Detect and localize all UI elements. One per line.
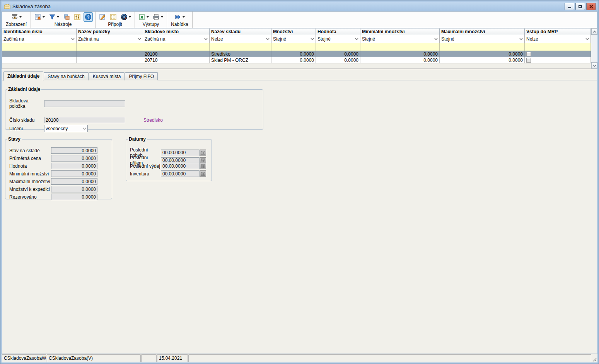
tab-panel-zakladni-udaje: Základní údaje Skladová položka Číslo sk… <box>2 80 597 354</box>
table-row-cell[interactable]: 0.0000 <box>271 51 316 57</box>
filter-operator-dropdown[interactable]: Nelze <box>210 35 271 43</box>
stock-states-group: Stavy Stav na skladě Průměrná cena Hodno… <box>5 136 112 199</box>
column-header[interactable]: Název skladu <box>210 28 271 35</box>
calendar-button[interactable] <box>200 163 206 169</box>
rezervovano-input[interactable] <box>51 194 97 200</box>
chevron-down-icon <box>161 16 163 18</box>
filter-value-cell[interactable] <box>525 43 591 51</box>
table-row-cell[interactable]: 20100 <box>143 51 210 57</box>
filter-operator-dropdown[interactable]: Stejné <box>271 35 316 43</box>
filter-operator-dropdown[interactable]: Nelze <box>525 35 591 43</box>
close-button[interactable] <box>586 3 596 10</box>
mrp-checkbox-cell[interactable] <box>525 57 591 63</box>
grid-empty-area <box>2 63 591 69</box>
filter-button[interactable] <box>48 12 60 22</box>
hodnota-input[interactable] <box>51 163 97 169</box>
help-button[interactable]: ? <box>84 12 93 22</box>
mnozstvi-k-expedici-input[interactable] <box>51 186 97 192</box>
posledni-vydej-input[interactable] <box>161 163 200 169</box>
table-row-cell[interactable] <box>77 57 143 63</box>
filter-operator-dropdown[interactable]: Začíná na <box>143 35 210 43</box>
table-row-cell[interactable] <box>2 51 77 57</box>
excel-export-button[interactable] <box>137 12 150 22</box>
filter-operator-dropdown[interactable]: Stejné <box>316 35 360 43</box>
mrp-checkbox-cell[interactable] <box>525 51 591 57</box>
print-button[interactable] <box>152 12 164 22</box>
dates-legend: Datumy <box>128 136 147 142</box>
settings-sliders-button[interactable] <box>73 12 82 22</box>
menu-chevrons-icon <box>174 14 181 20</box>
tab-zakladni-udaje[interactable]: Základní údaje <box>3 71 43 81</box>
column-header[interactable]: Minimální množství <box>360 28 440 35</box>
resize-grip[interactable] <box>591 354 597 362</box>
table-row-cell[interactable]: 0.0000 <box>316 57 360 63</box>
filter-value-cell[interactable] <box>271 43 316 51</box>
warehouse-name-text: Stredisko <box>143 117 163 123</box>
prumerna-cena-input[interactable] <box>51 155 97 162</box>
inventura-input[interactable] <box>161 170 200 177</box>
field-label: Maximální množství <box>9 179 51 184</box>
table-row-cell[interactable] <box>2 57 77 63</box>
table-row-cell[interactable]: 0.0000 <box>360 57 440 63</box>
toolbar-group-pripojit: Připojit <box>96 12 135 28</box>
edit-note-icon <box>99 14 106 20</box>
chevron-down-icon <box>585 38 589 40</box>
globe-disc-button[interactable] <box>119 12 132 22</box>
minimize-button[interactable] <box>565 3 574 10</box>
stav-na-sklade-input[interactable] <box>51 147 97 154</box>
vertical-scrollbar[interactable] <box>591 28 597 69</box>
filter-value-cell[interactable] <box>440 43 525 51</box>
filter-value-cell[interactable] <box>360 43 440 51</box>
minimalni-mnozstvi-input[interactable] <box>51 170 97 177</box>
filter-value-cell[interactable] <box>210 43 271 51</box>
table-row-cell[interactable]: 0.0000 <box>316 51 360 57</box>
table-row-cell[interactable]: 0.0000 <box>271 57 316 63</box>
scrollbar-track[interactable] <box>591 35 597 62</box>
scroll-down-button[interactable] <box>591 62 597 69</box>
view-button[interactable] <box>10 12 23 22</box>
filter-value-cell[interactable] <box>77 43 143 51</box>
window-app-icon <box>4 3 10 9</box>
maximalni-mnozstvi-input[interactable] <box>51 178 97 185</box>
chevron-down-icon <box>57 16 59 18</box>
tools-menu-button[interactable] <box>33 12 46 22</box>
column-header[interactable]: Název položky <box>77 28 143 35</box>
table-row-cell[interactable]: 0.0000 <box>440 57 525 63</box>
table-row-cell[interactable] <box>77 51 143 57</box>
calendar-icon <box>201 151 205 155</box>
filter-operator-dropdown[interactable]: Začíná na <box>77 35 143 43</box>
skladova-polozka-input[interactable] <box>44 100 125 107</box>
cislo-skladu-input[interactable] <box>44 117 125 123</box>
toolbar: Zobrazení <box>2 11 597 28</box>
chevron-down-icon <box>83 128 86 130</box>
column-header[interactable]: Maximální množství <box>440 28 525 35</box>
urceni-select[interactable]: všeobecný <box>44 125 88 132</box>
calendar-button[interactable] <box>200 170 206 177</box>
table-row-cell[interactable]: Sklad PM - ORCZ <box>210 57 271 63</box>
column-header[interactable]: Skladové místo <box>143 28 210 35</box>
filter-operator-dropdown[interactable]: Začíná na <box>2 35 77 43</box>
column-header[interactable]: Množství <box>271 28 316 35</box>
table-row-cell[interactable]: 20710 <box>143 57 210 63</box>
column-header[interactable]: Hodnota <box>316 28 360 35</box>
filter-value-cell[interactable] <box>143 43 210 51</box>
column-header[interactable]: Vstup do MRP <box>525 28 591 35</box>
checklist-button[interactable] <box>109 12 118 22</box>
tab-stavy-na-bunkach[interactable]: Stavy na buňkách <box>44 72 88 80</box>
toolbar-group-label: Připojit <box>98 22 132 27</box>
filter-value-cell[interactable] <box>316 43 360 51</box>
table-row-cell[interactable]: 0.0000 <box>360 51 440 57</box>
edit-note-button[interactable] <box>98 12 107 22</box>
menu-chevrons-button[interactable] <box>173 12 186 22</box>
table-row-cell[interactable]: Stredisko <box>210 51 271 57</box>
copy-button[interactable] <box>62 12 71 22</box>
column-header[interactable]: Identifikační číslo <box>2 28 77 35</box>
maximize-button[interactable] <box>575 3 585 10</box>
filter-operator-dropdown[interactable]: Stejné <box>360 35 440 43</box>
tab-kusova-mista[interactable]: Kusová místa <box>89 72 125 80</box>
tab-prijmy-fifo[interactable]: Příjmy FIFO <box>125 72 158 80</box>
table-row-cell[interactable]: 0.0000 <box>440 51 525 57</box>
scroll-up-button[interactable] <box>591 28 597 35</box>
filter-value-cell[interactable] <box>2 43 77 51</box>
filter-operator-dropdown[interactable]: Stejné <box>440 35 525 43</box>
